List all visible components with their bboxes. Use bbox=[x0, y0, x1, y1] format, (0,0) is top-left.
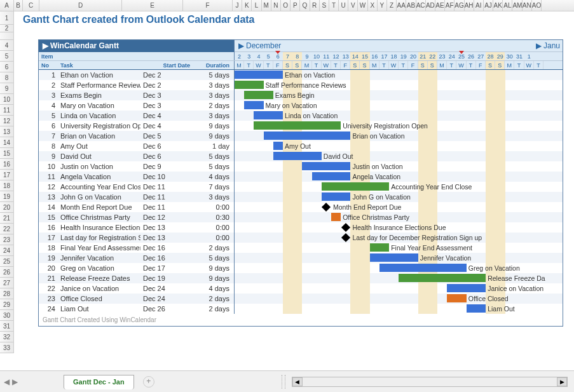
spreadsheet-grid[interactable]: Gantt Chart created from Outlook Calenda… bbox=[14, 11, 574, 370]
table-row[interactable]: 20Greg on VacationDec 179 daysGreg on Va… bbox=[39, 263, 563, 273]
row-header[interactable]: 29 bbox=[0, 299, 13, 310]
collapse-icon[interactable]: ▶ bbox=[536, 41, 542, 50]
gantt-bar[interactable] bbox=[302, 162, 350, 170]
col-header[interactable]: AK bbox=[493, 0, 503, 11]
tab-next-icon[interactable]: ▶ bbox=[12, 377, 18, 386]
col-header[interactable]: M bbox=[262, 0, 271, 11]
col-header[interactable]: S bbox=[320, 0, 329, 11]
collapse-icon[interactable]: ▶ bbox=[238, 41, 244, 50]
row-header[interactable]: 30 bbox=[0, 310, 13, 321]
gantt-bar[interactable] bbox=[399, 274, 486, 282]
gantt-bar[interactable] bbox=[322, 193, 351, 201]
col-header[interactable]: AG bbox=[454, 0, 464, 11]
table-row[interactable]: 8Amy OutDec 61 dayAmy Out bbox=[39, 141, 563, 151]
col-header[interactable]: X bbox=[368, 0, 378, 11]
row-header[interactable]: 18 bbox=[0, 180, 13, 191]
table-row[interactable]: 3Exams BeginDec 33 daysExams Begin bbox=[39, 90, 563, 100]
col-header[interactable]: AE bbox=[435, 0, 445, 11]
spreadsheet-col-headers[interactable]: ABCDEFJKLMNOPQRSTUVWXYZAAABACADAEAFAGAHA… bbox=[0, 0, 574, 11]
gantt-bar[interactable] bbox=[244, 101, 263, 109]
table-row[interactable]: 6University Registration OpenDec 49 days… bbox=[39, 121, 563, 131]
table-row[interactable]: 13John G on VacationDec 113 daysJohn G o… bbox=[39, 192, 563, 202]
row-header[interactable]: 26 bbox=[0, 267, 13, 278]
row-header[interactable]: 1 bbox=[0, 11, 13, 25]
gantt-bar[interactable] bbox=[273, 142, 283, 150]
col-header[interactable]: AO bbox=[532, 0, 542, 11]
gantt-bar[interactable] bbox=[273, 152, 322, 160]
row-header[interactable]: 13 bbox=[0, 126, 13, 137]
col-header[interactable]: T bbox=[329, 0, 339, 11]
col-header[interactable]: B bbox=[14, 0, 23, 11]
row-header[interactable]: 25 bbox=[0, 256, 13, 267]
row-header[interactable]: 2 bbox=[0, 25, 13, 32]
row-header[interactable]: 12 bbox=[0, 116, 13, 126]
gantt-bar[interactable] bbox=[235, 71, 283, 79]
row-header[interactable]: 28 bbox=[0, 288, 13, 299]
table-row[interactable]: 24Liam OutDec 262 daysLiam Out bbox=[39, 304, 563, 314]
gantt-bar[interactable] bbox=[322, 182, 389, 191]
row-header[interactable]: 5 bbox=[0, 51, 13, 62]
table-row[interactable]: 14Month End Report DueDec 110:00Month En… bbox=[39, 202, 563, 212]
sheet-tab-active[interactable]: Gantt Dec - Jan bbox=[64, 375, 134, 389]
table-row[interactable]: 23Office ClosedDec 242 daysOffice Closed bbox=[39, 294, 563, 304]
table-row[interactable]: 9David OutDec 65 daysDavid Out bbox=[39, 151, 563, 161]
table-row[interactable]: 21Release Freeze DatesDec 199 daysReleas… bbox=[39, 273, 563, 283]
table-row[interactable]: 15Office Christmas PartyDec 120:30Office… bbox=[39, 212, 563, 222]
scroll-right-button[interactable]: ▶ bbox=[557, 377, 567, 386]
gantt-bar[interactable] bbox=[370, 243, 389, 252]
table-row[interactable]: 1Ethan on VactionDec 25 daysEthan on Vac… bbox=[39, 70, 563, 80]
gantt-bar[interactable] bbox=[467, 304, 486, 313]
row-header[interactable]: 23 bbox=[0, 234, 13, 245]
col-header[interactable]: AD bbox=[426, 0, 435, 11]
col-header[interactable]: Q bbox=[300, 0, 310, 11]
row-header[interactable]: 31 bbox=[0, 321, 13, 332]
col-header[interactable]: F bbox=[183, 0, 233, 11]
col-header[interactable]: R bbox=[310, 0, 320, 11]
table-row[interactable]: 10Justin on VactionDec 95 daysJustin on … bbox=[39, 161, 563, 172]
tab-nav-arrows[interactable]: ◀ ▶ bbox=[0, 377, 64, 386]
gantt-bar[interactable] bbox=[447, 294, 466, 302]
col-header[interactable]: U bbox=[339, 0, 348, 11]
tab-prev-icon[interactable]: ◀ bbox=[4, 377, 10, 386]
col-header[interactable]: AB bbox=[406, 0, 416, 11]
row-header[interactable]: 10 bbox=[0, 94, 13, 105]
row-header[interactable]: 22 bbox=[0, 224, 13, 234]
row-header[interactable]: 19 bbox=[0, 191, 13, 202]
row-header[interactable]: 6 bbox=[0, 62, 13, 72]
table-row[interactable]: 19Jennifer VacationDec 165 daysJennifer … bbox=[39, 253, 563, 263]
row-header[interactable]: 16 bbox=[0, 159, 13, 170]
row-header[interactable]: 15 bbox=[0, 148, 13, 159]
table-row[interactable]: 2Staff Performance ReviewsDec 23 daysSta… bbox=[39, 80, 563, 90]
gantt-bar[interactable] bbox=[254, 121, 341, 130]
col-header[interactable]: J bbox=[233, 0, 242, 11]
row-header[interactable]: 27 bbox=[0, 278, 13, 288]
col-header[interactable]: AN bbox=[523, 0, 532, 11]
table-row[interactable]: 4Mary on VacationDec 32 daysMary on Vaca… bbox=[39, 100, 563, 111]
gantt-bar[interactable] bbox=[331, 213, 341, 221]
add-sheet-button[interactable]: + bbox=[143, 376, 154, 388]
col-header[interactable]: O bbox=[281, 0, 290, 11]
col-header[interactable]: W bbox=[358, 0, 367, 11]
row-header[interactable]: 14 bbox=[0, 137, 13, 148]
gantt-bar[interactable] bbox=[235, 81, 264, 89]
col-header[interactable]: D bbox=[39, 0, 122, 11]
scroll-left-button[interactable]: ◀ bbox=[292, 377, 303, 386]
row-header[interactable]: 9 bbox=[0, 83, 13, 94]
row-header[interactable]: 20 bbox=[0, 202, 13, 213]
gantt-bar[interactable] bbox=[370, 253, 418, 262]
gantt-bar[interactable] bbox=[379, 264, 467, 272]
row-header[interactable]: 21 bbox=[0, 213, 13, 224]
row-header[interactable]: 4 bbox=[0, 40, 13, 51]
row-header[interactable]: 33 bbox=[0, 342, 13, 353]
table-row[interactable]: 22Janice on VacationDec 244 daysJanice o… bbox=[39, 283, 563, 294]
gantt-bar[interactable] bbox=[312, 172, 351, 180]
horizontal-scrollbar[interactable]: ◀ ▶ bbox=[292, 377, 568, 387]
spreadsheet-row-headers[interactable]: 1245689101112131415161718192021222324252… bbox=[0, 11, 14, 353]
row-header[interactable]: 24 bbox=[0, 245, 13, 256]
gantt-month-header[interactable]: ▶December▶Janu bbox=[235, 40, 563, 52]
row-header[interactable]: 11 bbox=[0, 105, 13, 116]
gantt-bar[interactable] bbox=[264, 132, 351, 140]
col-header[interactable]: P bbox=[290, 0, 300, 11]
row-header[interactable]: 17 bbox=[0, 170, 13, 180]
col-header[interactable]: AC bbox=[416, 0, 426, 11]
